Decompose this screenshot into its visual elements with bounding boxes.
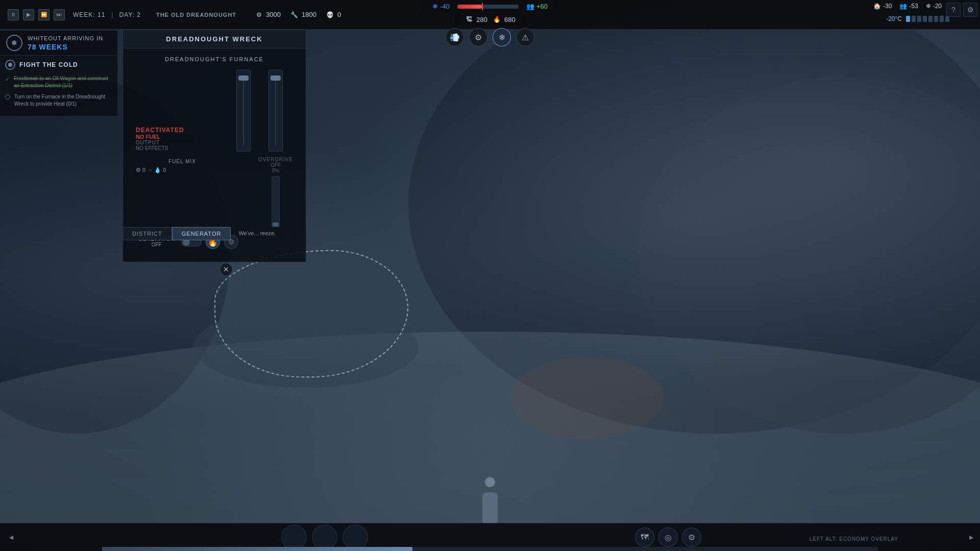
economy-overlay-text: LEFT ALT: ECONOMY OVERLAY <box>810 536 898 542</box>
discontent-icon: 👥 <box>899 3 907 10</box>
progress-bar-container <box>102 547 878 551</box>
overdrive-slider[interactable] <box>272 176 280 227</box>
bottom-left-circles <box>276 524 373 550</box>
resources-bar: ⚙ 3000 🔧 1800 💀 0 <box>244 10 351 19</box>
temp-tick <box>912 16 916 22</box>
game-title: THE OLD DREADNOUGHT <box>149 12 244 18</box>
overdrive-status: OFF <box>258 162 293 168</box>
icon-smoke[interactable]: 💨 <box>446 28 464 46</box>
character-body <box>482 492 498 523</box>
play-button[interactable]: ▶ <box>23 9 34 20</box>
resource-steel: 🔧 1800 <box>290 10 316 19</box>
panel-title: DREADNOUGHT WRECK <box>123 30 306 48</box>
fight-cold-title: FIGHT THE COLD <box>19 61 78 68</box>
objective-circle-icon <box>5 94 10 99</box>
bottom-circle-2[interactable] <box>312 524 337 550</box>
slider-track <box>243 76 244 146</box>
stat-shelter: 🏠 -30 <box>873 3 892 10</box>
bottom-circle-1[interactable] <box>281 524 307 550</box>
objectives-section: FIGHT THE COLD ✓ Frostbreak to an Oil Wa… <box>0 56 117 116</box>
shelter-icon: 🏠 <box>873 3 881 10</box>
resource-casualties: 💀 0 <box>326 10 341 19</box>
target-button[interactable]: ◎ <box>658 528 678 547</box>
fast-forward-button[interactable]: ⏩ <box>38 9 50 20</box>
slider-handle-right[interactable] <box>271 76 281 81</box>
fuel-slider-right[interactable]: OVERDRIVE OFF 0% <box>258 70 293 230</box>
top-right-stats: 🏠 -30 👥 -53 ❄ -20 <box>866 0 949 12</box>
help-button[interactable]: ? <box>946 3 961 17</box>
panel-tabs: DISTRICT GENERATOR We've... reeze. <box>122 227 283 240</box>
top-center-icons: 💨 ⚙ ❄ ⚠ <box>446 28 534 46</box>
slider-handle-left[interactable] <box>238 76 249 81</box>
fuel-slider-left[interactable] <box>236 70 251 230</box>
map-button[interactable]: 🗺 <box>635 528 654 547</box>
stat-discontent: 👥 -53 <box>899 3 918 10</box>
heat-bar-fill <box>457 5 482 9</box>
icon-snowflake[interactable]: ❄ <box>493 28 511 46</box>
overdrive-percent: 0% <box>258 168 293 173</box>
heat-marker <box>482 3 483 10</box>
deactivated-label: DEACTIVATED <box>136 127 229 134</box>
output-label: OUTPUT <box>136 140 229 145</box>
close-icon: ✕ <box>223 265 229 273</box>
heat-stat-negative: ❄ -40 <box>432 3 450 10</box>
skip-button[interactable]: ⏭ <box>54 9 65 20</box>
bottom-gear-button[interactable]: ⚙ <box>682 528 701 547</box>
icon-resource[interactable]: ⚙ <box>469 28 487 46</box>
temperature-bar: -20°C <box>886 15 949 22</box>
bottom-right-buttons: 🗺 ◎ ⚙ <box>627 528 709 547</box>
nav-arrow-left[interactable]: ◄ <box>8 533 15 541</box>
day-display: DAY: 2 <box>119 11 140 18</box>
fuel-slider-track-right[interactable] <box>268 70 283 152</box>
objective-text-1: Turn on the Furnace in the Dreadnought W… <box>14 93 112 108</box>
cold-icon: ❄ <box>926 3 931 10</box>
player-character <box>477 482 503 523</box>
bottom-nav-left: ◄ <box>0 533 22 541</box>
map-icon: 🗺 <box>641 533 649 542</box>
day-separator: | <box>109 11 115 18</box>
notification-text: We've... reeze. <box>231 227 283 240</box>
fight-cold-icon <box>5 60 15 70</box>
fight-cold-header: FIGHT THE COLD <box>5 60 112 70</box>
icon-alert[interactable]: ⚠ <box>516 28 534 46</box>
whiteout-weeks: 78 WEEKS <box>28 43 103 51</box>
heat-bar-container: ❄ -40 👥 +60 <box>422 0 558 13</box>
character-head <box>485 477 495 487</box>
whiteout-icon: ❄ <box>6 35 22 51</box>
heat-negative-icon: ❄ <box>432 3 438 10</box>
workers-icon: 🏗 <box>464 15 474 24</box>
objective-item-0: ✓ Frostbreak to an Oil Wagon and constru… <box>5 75 112 89</box>
fuel-values: ⚙ 0 → 💧 0 <box>136 167 229 173</box>
fuel-slider-track-left[interactable] <box>236 70 251 152</box>
no-fuel-label: NO FUEL <box>136 134 229 140</box>
tab-district[interactable]: DISTRICT <box>122 227 172 240</box>
week-display: WEEK: 11 <box>73 11 105 18</box>
steel-icon: 🔧 <box>290 10 299 19</box>
bottom-circle-3[interactable] <box>342 524 368 550</box>
temperature-display: -20°C <box>886 15 902 22</box>
tab-generator[interactable]: GENERATOR <box>172 227 231 240</box>
close-button[interactable]: ✕ <box>219 263 233 276</box>
overdrive-handle[interactable] <box>273 222 279 227</box>
settings-button[interactable]: ⚙ <box>963 3 977 17</box>
bottom-gear-icon: ⚙ <box>688 533 695 542</box>
fast-forward-icon: ⏩ <box>41 12 47 17</box>
pause-icon: ⏸ <box>11 12 16 17</box>
play-icon: ▶ <box>27 12 31 17</box>
heat-bar <box>457 5 519 9</box>
temp-tick <box>923 16 927 22</box>
fuel-coal-icon: ⚙ <box>136 167 141 173</box>
top-right-buttons: ? ⚙ <box>946 3 977 17</box>
temp-tick <box>906 16 910 22</box>
center-resource-workers: 🏗 280 <box>464 15 487 24</box>
temp-tick <box>934 16 938 22</box>
generator-status: OFF <box>138 242 175 247</box>
no-effects-label: NO EFFECTS <box>136 145 229 151</box>
pause-button[interactable]: ⏸ <box>8 9 19 20</box>
bottom-nav-right: ► <box>963 533 980 542</box>
target-icon: ◎ <box>665 533 672 542</box>
left-panel: ❄ WHITEOUT ARRIVING IN 78 WEEKS FIGHT TH… <box>0 31 117 116</box>
whiteout-text-block: WHITEOUT ARRIVING IN 78 WEEKS <box>28 35 103 51</box>
nav-arrow-right[interactable]: ► <box>968 533 975 541</box>
stat-cold: ❄ -20 <box>926 3 942 10</box>
